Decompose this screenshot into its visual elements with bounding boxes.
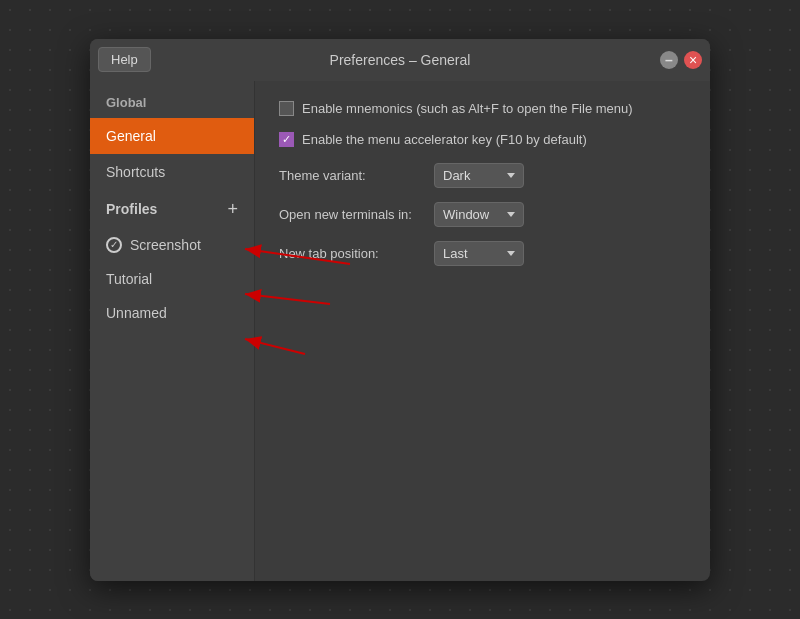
new-tab-label: New tab position:	[279, 246, 434, 261]
preferences-window: Help Preferences – General – Global Gene…	[90, 39, 710, 581]
mnemonic-label[interactable]: Enable mnemonics (such as Alt+F to open …	[279, 101, 633, 116]
sidebar-item-general-label: General	[106, 128, 156, 144]
add-profile-button[interactable]: +	[227, 200, 238, 218]
theme-dropdown[interactable]: Dark	[434, 163, 524, 188]
global-section-label: Global	[90, 81, 254, 118]
theme-dropdown-arrow	[507, 173, 515, 178]
theme-label: Theme variant:	[279, 168, 434, 183]
open-terminals-row: Open new terminals in: Window	[279, 202, 686, 227]
theme-row: Theme variant: Dark	[279, 163, 686, 188]
open-terminals-label: Open new terminals in:	[279, 207, 434, 222]
window-title: Preferences – General	[330, 52, 471, 68]
window-content: Global General Shortcuts Profiles + ✓ Sc…	[90, 81, 710, 581]
settings-grid: Theme variant: Dark Open new terminals i…	[279, 163, 686, 266]
profile-item-unnamed[interactable]: Unnamed	[90, 296, 254, 330]
main-content: Enable mnemonics (such as Alt+F to open …	[255, 81, 710, 581]
theme-value: Dark	[443, 168, 470, 183]
profiles-section-header: Profiles +	[90, 190, 254, 228]
sidebar-item-general[interactable]: General	[90, 118, 254, 154]
accelerator-label-text: Enable the menu accelerator key (F10 by …	[302, 132, 587, 147]
open-terminals-dropdown[interactable]: Window	[434, 202, 524, 227]
minimize-button[interactable]: –	[660, 51, 678, 69]
accelerator-option-row: Enable the menu accelerator key (F10 by …	[279, 132, 686, 147]
mnemonic-option-row: Enable mnemonics (such as Alt+F to open …	[279, 101, 686, 116]
help-button[interactable]: Help	[98, 47, 151, 72]
profiles-label: Profiles	[106, 201, 157, 217]
accelerator-checkbox[interactable]	[279, 132, 294, 147]
profile-item-tutorial[interactable]: Tutorial	[90, 262, 254, 296]
profile-check-icon: ✓	[106, 237, 122, 253]
sidebar-item-shortcuts-label: Shortcuts	[106, 164, 165, 180]
profile-item-screenshot[interactable]: ✓ Screenshot	[90, 228, 254, 262]
sidebar: Global General Shortcuts Profiles + ✓ Sc…	[90, 81, 255, 581]
new-tab-row: New tab position: Last	[279, 241, 686, 266]
new-tab-value: Last	[443, 246, 468, 261]
window-controls: –	[660, 51, 702, 69]
mnemonic-checkbox[interactable]	[279, 101, 294, 116]
new-tab-dropdown-arrow	[507, 251, 515, 256]
profile-tutorial-label: Tutorial	[106, 271, 152, 287]
profile-screenshot-label: Screenshot	[130, 237, 201, 253]
terminals-dropdown-arrow	[507, 212, 515, 217]
mnemonic-label-text: Enable mnemonics (such as Alt+F to open …	[302, 101, 633, 116]
close-button[interactable]	[684, 51, 702, 69]
open-terminals-value: Window	[443, 207, 489, 222]
profile-unnamed-label: Unnamed	[106, 305, 167, 321]
new-tab-dropdown[interactable]: Last	[434, 241, 524, 266]
sidebar-item-shortcuts[interactable]: Shortcuts	[90, 154, 254, 190]
titlebar: Help Preferences – General –	[90, 39, 710, 81]
accelerator-label[interactable]: Enable the menu accelerator key (F10 by …	[279, 132, 587, 147]
